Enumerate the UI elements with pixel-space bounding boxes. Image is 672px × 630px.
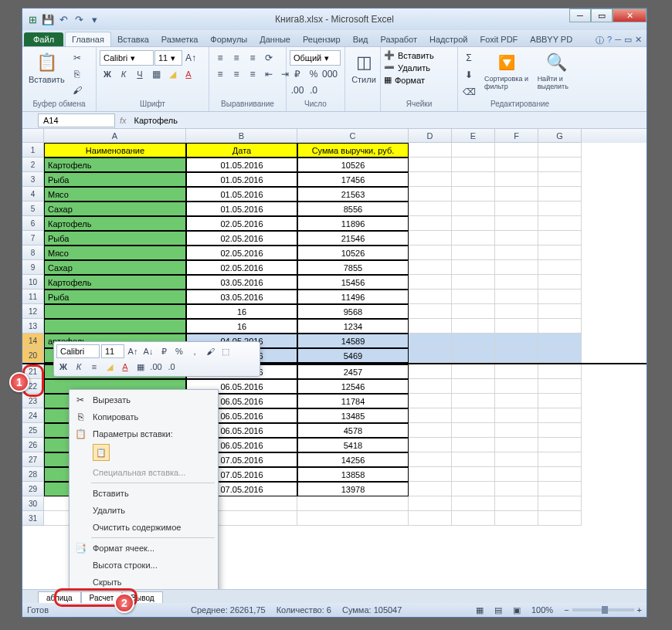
mini-font-combo[interactable]: Calibri	[56, 344, 100, 358]
row-head[interactable]: 6	[22, 216, 44, 231]
mini-currency-icon[interactable]: ₽	[157, 344, 171, 358]
sum-cell[interactable]: 9568	[297, 304, 409, 319]
row-head[interactable]: 9	[22, 260, 44, 275]
minimize-ribbon-icon[interactable]: ⓘ	[596, 35, 604, 46]
view-normal-icon[interactable]: ▦	[476, 605, 484, 615]
sum-cell[interactable]: 7855	[297, 260, 409, 275]
tab-file[interactable]: Файл	[24, 32, 63, 46]
row-head[interactable]: 31	[22, 511, 44, 526]
sum-cell[interactable]: 5418	[297, 438, 409, 452]
increase-font-icon[interactable]: A↑	[183, 50, 199, 66]
ctx-clear[interactable]: Очистить содержимое	[71, 519, 216, 536]
tab-layout[interactable]: Разметка	[155, 32, 205, 46]
mini-shrink-icon[interactable]: A↓	[141, 344, 155, 358]
comma-icon[interactable]: 000	[322, 66, 338, 82]
row-head[interactable]: 10	[22, 275, 44, 290]
align-top-icon[interactable]: ≡	[212, 50, 228, 66]
row-head[interactable]: 14	[22, 334, 44, 348]
insert-cells-button[interactable]: ➕Вставить	[384, 50, 434, 60]
fill-color-icon[interactable]: ◢	[165, 66, 180, 82]
sum-cell[interactable]: 1234	[297, 319, 409, 334]
tab-home[interactable]: Главная	[65, 32, 111, 46]
mini-grow-icon[interactable]: A↑	[126, 344, 140, 358]
date-cell[interactable]: 16	[186, 319, 297, 334]
sum-cell[interactable]: 13978	[297, 482, 409, 496]
row-head[interactable]: 11	[22, 290, 44, 304]
row-head[interactable]: 28	[22, 467, 44, 482]
col-head-f[interactable]: F	[495, 129, 538, 143]
row-head[interactable]: 27	[22, 452, 44, 467]
row-head[interactable]: 1	[22, 143, 44, 158]
percent-icon[interactable]: %	[306, 66, 321, 82]
date-cell[interactable]: 01.05.2016	[186, 158, 297, 172]
mini-painter-icon[interactable]: 🖌	[203, 344, 217, 358]
minimize-button[interactable]: ─	[569, 8, 591, 22]
name-cell[interactable]: Мясо	[44, 246, 186, 260]
sum-cell[interactable]: 8556	[297, 202, 409, 216]
sum-cell[interactable]: 12546	[297, 379, 409, 394]
row-head[interactable]: 26	[22, 438, 44, 452]
ctx-paste-values-icon[interactable]: 📋	[93, 444, 110, 461]
zoom-in-icon[interactable]: +	[637, 605, 642, 615]
row-head[interactable]: 4	[22, 187, 44, 202]
name-cell[interactable]: Картофель	[44, 158, 186, 172]
currency-icon[interactable]: ₽	[290, 66, 305, 82]
name-cell[interactable]: Сахар	[44, 260, 186, 275]
name-cell[interactable]: Рыба	[44, 172, 186, 187]
mini-fontcolor-icon[interactable]: A	[118, 360, 132, 374]
name-cell[interactable]: Рыба	[44, 290, 186, 304]
sum-cell[interactable]: 15456	[297, 275, 409, 290]
row-head[interactable]: 13	[22, 319, 44, 334]
header-cell[interactable]: Наименование	[44, 143, 186, 158]
mini-incdec-icon[interactable]: .00	[149, 360, 163, 374]
border-icon[interactable]: ▦	[148, 66, 164, 82]
row-head[interactable]: 24	[22, 408, 44, 423]
row-head[interactable]: 29	[22, 482, 44, 496]
date-cell[interactable]: 01.05.2016	[186, 172, 297, 187]
sum-cell[interactable]: 10526	[297, 246, 409, 260]
align-mid-icon[interactable]: ≡	[229, 50, 244, 66]
bold-icon[interactable]: Ж	[100, 66, 115, 82]
cut-icon[interactable]: ✂	[70, 50, 85, 66]
ctx-paste-special[interactable]: Специальная вставка...	[71, 464, 216, 481]
sum-cell[interactable]: 21546	[297, 231, 409, 246]
tab-insert[interactable]: Вставка	[111, 32, 155, 46]
clear-icon[interactable]: ⌫	[461, 84, 477, 100]
name-cell[interactable]: Рыба	[44, 231, 186, 246]
orientation-icon[interactable]: ⟳	[261, 50, 277, 66]
mini-align-icon[interactable]: ≡	[87, 360, 101, 374]
tab-developer[interactable]: Разработ	[375, 32, 423, 46]
fx-icon[interactable]: fx	[115, 116, 131, 125]
autosum-icon[interactable]: Σ	[461, 50, 477, 66]
header-cell[interactable]: Сумма выручки, руб.	[297, 143, 409, 158]
tab-formulas[interactable]: Формулы	[204, 32, 253, 46]
sum-cell[interactable]: 11896	[297, 216, 409, 231]
name-cell[interactable]: Картофель	[44, 275, 186, 290]
row-head[interactable]: 7	[22, 231, 44, 246]
sum-cell[interactable]: 5469	[297, 348, 409, 363]
copy-icon[interactable]: ⎘	[70, 66, 85, 82]
mini-decdec-icon[interactable]: .0	[165, 360, 178, 374]
number-format-combo[interactable]: Общий▾	[290, 50, 341, 66]
indent-dec-icon[interactable]: ⇤	[261, 66, 277, 82]
name-box[interactable]: A14	[38, 113, 115, 127]
doc-close-icon[interactable]: ✕	[635, 35, 642, 46]
help-icon[interactable]: ?	[607, 35, 612, 46]
sum-cell[interactable]	[297, 511, 409, 526]
font-color-icon[interactable]: A	[181, 66, 196, 82]
col-head-d[interactable]: D	[409, 129, 452, 143]
mini-italic-icon[interactable]: К	[72, 360, 86, 374]
formula-input[interactable]: Картофель	[131, 116, 647, 125]
view-layout-icon[interactable]: ▤	[494, 605, 502, 615]
tab-view[interactable]: Вид	[347, 32, 375, 46]
col-head-a[interactable]: A	[44, 129, 186, 143]
mini-border-icon[interactable]: ▦	[134, 360, 148, 374]
row-head[interactable]: 20	[22, 348, 44, 363]
col-head-c[interactable]: C	[297, 129, 409, 143]
ctx-delete[interactable]: Удалить	[71, 502, 216, 519]
save-icon[interactable]: 💾	[41, 12, 55, 26]
col-head-g[interactable]: G	[538, 129, 582, 143]
doc-min-icon[interactable]: ─	[615, 35, 621, 46]
tab-foxit[interactable]: Foxit PDF	[473, 32, 524, 46]
ctx-copy[interactable]: ⎘Копировать	[71, 408, 216, 425]
